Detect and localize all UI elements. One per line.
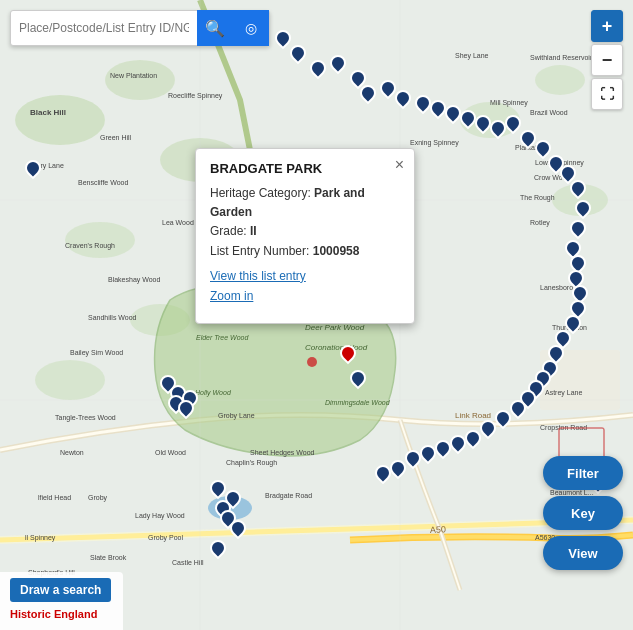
- svg-text:Castle Hill: Castle Hill: [172, 559, 204, 566]
- map-pin[interactable]: [565, 315, 577, 331]
- map-pin[interactable]: [405, 450, 417, 466]
- key-button[interactable]: Key: [543, 496, 623, 530]
- bottom-left-branding: Draw a search Historic England: [0, 572, 123, 630]
- popup-close-button[interactable]: ×: [395, 157, 404, 173]
- map-pin[interactable]: [555, 330, 567, 346]
- map-pin[interactable]: [570, 220, 582, 236]
- map-pin[interactable]: [380, 80, 392, 96]
- svg-text:Groby Pool: Groby Pool: [148, 534, 183, 542]
- map-pin[interactable]: [575, 200, 587, 216]
- svg-text:Deer Park Wood: Deer Park Wood: [305, 323, 365, 332]
- search-input[interactable]: [11, 21, 197, 35]
- map-pin[interactable]: [505, 115, 517, 131]
- svg-text:Astrey Lane: Astrey Lane: [545, 389, 582, 397]
- svg-point-8: [35, 360, 105, 400]
- svg-text:Rotley: Rotley: [530, 219, 550, 227]
- map-pin[interactable]: [490, 120, 502, 136]
- map-pin[interactable]: [520, 130, 532, 146]
- map-pin[interactable]: [350, 70, 362, 86]
- svg-text:Sheet Hedges Wood: Sheet Hedges Wood: [250, 449, 315, 457]
- svg-text:ll Spinney: ll Spinney: [25, 534, 56, 542]
- map-pin[interactable]: [435, 440, 447, 456]
- svg-point-69: [307, 357, 317, 367]
- search-button[interactable]: 🔍: [197, 10, 233, 46]
- svg-point-10: [535, 65, 585, 95]
- svg-point-6: [65, 222, 135, 258]
- map-pin[interactable]: [230, 520, 242, 536]
- popup: × BRADGATE PARK Heritage Category: Park …: [195, 148, 415, 324]
- map-pin[interactable]: [480, 420, 492, 436]
- zoom-in-link[interactable]: Zoom in: [210, 289, 400, 303]
- svg-point-3: [15, 95, 105, 145]
- map-pin[interactable]: [465, 430, 477, 446]
- map-pin[interactable]: [290, 45, 302, 61]
- map-pin[interactable]: [568, 270, 580, 286]
- map-pin[interactable]: [495, 410, 507, 426]
- svg-text:Slate Brook: Slate Brook: [90, 554, 127, 561]
- location-icon: ◎: [245, 20, 257, 36]
- map-pin[interactable]: [310, 60, 322, 76]
- zoom-out-button[interactable]: −: [591, 44, 623, 76]
- svg-text:A50: A50: [430, 524, 446, 535]
- map-pin[interactable]: [330, 55, 342, 71]
- svg-text:Green Hill: Green Hill: [100, 134, 132, 141]
- map-pin[interactable]: [560, 165, 572, 181]
- svg-text:Tangle-Trees Wood: Tangle-Trees Wood: [55, 414, 116, 422]
- filter-button[interactable]: Filter: [543, 456, 623, 490]
- svg-text:Benscliffe Wood: Benscliffe Wood: [78, 179, 128, 186]
- map-pin[interactable]: [570, 180, 582, 196]
- svg-text:The Rough: The Rough: [520, 194, 555, 202]
- map-pin[interactable]: [475, 115, 487, 131]
- fullscreen-button[interactable]: ⛶: [591, 78, 623, 110]
- map-pin[interactable]: [25, 160, 37, 176]
- map-pin[interactable]: [548, 155, 560, 171]
- svg-text:Link Road: Link Road: [455, 411, 491, 420]
- map-pin[interactable]: [430, 100, 442, 116]
- map-pin[interactable]: [395, 90, 407, 106]
- map-pin[interactable]: [210, 540, 222, 556]
- view-list-entry-link[interactable]: View this list entry: [210, 269, 400, 283]
- svg-text:Newton: Newton: [60, 449, 84, 456]
- map-pin[interactable]: [510, 400, 522, 416]
- svg-text:Lea Wood: Lea Wood: [162, 219, 194, 226]
- zoom-in-button[interactable]: +: [591, 10, 623, 42]
- svg-text:Black Hill: Black Hill: [30, 108, 66, 117]
- fullscreen-icon: ⛶: [600, 86, 614, 102]
- brand-label: Historic England: [10, 608, 97, 620]
- map-pin[interactable]: [210, 480, 222, 496]
- locate-button[interactable]: ◎: [233, 10, 269, 46]
- svg-text:Holly Wood: Holly Wood: [195, 389, 232, 397]
- map-pin[interactable]: [535, 140, 547, 156]
- map-pin[interactable]: [178, 400, 190, 416]
- svg-text:Elder Tree Wood: Elder Tree Wood: [196, 334, 249, 341]
- map-controls: + − ⛶: [591, 10, 623, 110]
- map-pin[interactable]: [390, 460, 402, 476]
- view-button[interactable]: View: [543, 536, 623, 570]
- map-pin[interactable]: [375, 465, 387, 481]
- svg-text:Craven's Rough: Craven's Rough: [65, 242, 115, 250]
- popup-title: BRADGATE PARK: [210, 161, 400, 176]
- map-pin[interactable]: [420, 445, 432, 461]
- map-pin[interactable]: [565, 240, 577, 256]
- map-pin[interactable]: [360, 85, 372, 101]
- search-bar: 🔍 ◎: [10, 10, 270, 46]
- svg-text:Exning Spinney: Exning Spinney: [410, 139, 459, 147]
- svg-text:Old Wood: Old Wood: [155, 449, 186, 456]
- map-pin[interactable]: [350, 370, 362, 386]
- map-pin[interactable]: [450, 435, 462, 451]
- svg-text:lfield Head: lfield Head: [38, 494, 71, 501]
- svg-text:New Plantation: New Plantation: [110, 72, 157, 79]
- svg-text:Chaplin's Rough: Chaplin's Rough: [226, 459, 277, 467]
- bottom-action-buttons: Filter Key View: [543, 456, 623, 570]
- svg-point-4: [105, 60, 175, 100]
- map-pin[interactable]: [460, 110, 472, 126]
- map-pin[interactable]: [275, 30, 287, 46]
- map-pin[interactable]: [445, 105, 457, 121]
- map-pin[interactable]: [415, 95, 427, 111]
- svg-text:Bailey Sim Wood: Bailey Sim Wood: [70, 349, 123, 357]
- map-pin[interactable]: [340, 345, 352, 361]
- svg-text:Shey Lane: Shey Lane: [455, 52, 489, 60]
- draw-search-button[interactable]: Draw a search: [10, 578, 111, 602]
- svg-text:Roecliffe Spinney: Roecliffe Spinney: [168, 92, 223, 100]
- svg-text:Bradgate Road: Bradgate Road: [265, 492, 312, 500]
